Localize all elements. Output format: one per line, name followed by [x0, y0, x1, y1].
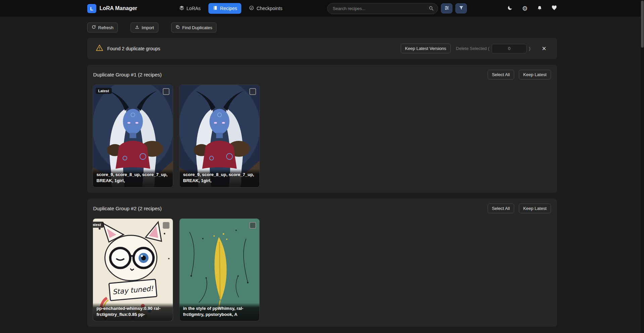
- group-title: Duplicate Group #2 (2 recipes): [93, 206, 162, 211]
- group-title: Duplicate Group #1 (2 recipes): [93, 72, 162, 77]
- heart-icon: [551, 5, 557, 12]
- tab-loras-label: LoRAs: [187, 6, 201, 11]
- scrollbar[interactable]: [641, 0, 644, 333]
- support-button[interactable]: [551, 5, 557, 12]
- sliders-icon: [444, 5, 449, 11]
- recipe-card[interactable]: score_9, score_8_up, score_7_up, BREAK, …: [179, 85, 260, 187]
- tab-checkpoints-label: Checkpoints: [256, 6, 282, 11]
- navbar-utility-icons: ⚙: [507, 5, 557, 12]
- refresh-label: Refresh: [98, 25, 114, 30]
- layers-icon: [179, 5, 184, 11]
- duplicate-group-2: Duplicate Group #2 (2 recipes) Select Al…: [87, 199, 557, 327]
- select-all-button[interactable]: Select All: [488, 70, 514, 79]
- filter-button[interactable]: [455, 3, 467, 13]
- brand: L LoRA Manager: [87, 4, 137, 13]
- main-nav: LoRAs Recipes Checkpoints: [175, 3, 287, 14]
- duplicate-group-2-header: Duplicate Group #2 (2 recipes) Select Al…: [93, 204, 552, 213]
- top-navbar: L LoRA Manager LoRAs Recipes Checkpoi: [0, 0, 644, 17]
- page-content: Refresh Import Find Duplicates Found 2 d…: [87, 22, 557, 327]
- dismiss-banner-button[interactable]: ×: [540, 45, 548, 53]
- refresh-button[interactable]: Refresh: [87, 22, 118, 33]
- close-icon: ×: [542, 44, 546, 53]
- recipe-caption: in the style of ppWhimsy, ral-frctlgmtry…: [180, 303, 259, 321]
- duplicate-group-1: Duplicate Group #1 (2 recipes) Select Al…: [87, 65, 557, 193]
- search-box: [327, 3, 438, 14]
- theme-toggle-button[interactable]: [507, 5, 513, 12]
- copy-icon: [176, 25, 180, 30]
- find-duplicates-label: Find Duplicates: [182, 25, 212, 30]
- delete-selected-prefix: Delete Selected (: [456, 46, 490, 51]
- duplicate-group-1-header: Duplicate Group #1 (2 recipes) Select Al…: [93, 70, 552, 79]
- gear-icon: ⚙: [522, 5, 528, 12]
- notifications-button[interactable]: [537, 5, 542, 12]
- warning-icon: [96, 45, 103, 52]
- refresh-icon: [92, 25, 96, 30]
- tab-recipes[interactable]: Recipes: [208, 3, 242, 14]
- import-button[interactable]: Import: [131, 22, 158, 33]
- import-label: Import: [142, 25, 154, 30]
- recipe-card[interactable]: Latest score_9, score_8_up, score_7_up, …: [93, 85, 173, 187]
- tab-checkpoints[interactable]: Checkpoints: [245, 3, 287, 14]
- duplicates-banner-message: Found 2 duplicate groups: [107, 46, 160, 51]
- funnel-icon: [459, 5, 464, 11]
- scrollbar-thumb[interactable]: [641, 1, 644, 48]
- delete-selected-suffix: ): [529, 46, 530, 51]
- recipe-card[interactable]: Stay tuned! Latest pp-enchanted-whimsy:0…: [93, 218, 173, 321]
- keep-latest-button[interactable]: Keep Latest: [519, 204, 551, 213]
- delete-selected-control: Delete Selected ( ): [456, 44, 531, 53]
- keep-latest-button[interactable]: Keep Latest: [519, 70, 551, 79]
- moon-icon: [507, 5, 513, 12]
- delete-count-input[interactable]: [492, 44, 527, 53]
- duplicates-banner: Found 2 duplicate groups Keep Latest Ver…: [87, 38, 557, 59]
- latest-badge: Latest: [96, 88, 112, 94]
- recipe-select-checkbox[interactable]: [249, 222, 256, 229]
- app-title: LoRA Manager: [100, 5, 137, 11]
- recipe-select-checkbox[interactable]: [163, 222, 169, 229]
- app-logo-icon: L: [87, 4, 96, 13]
- recipe-caption: score_9, score_8_up, score_7_up, BREAK, …: [180, 169, 259, 187]
- check-circle-icon: [249, 5, 254, 11]
- tab-recipes-label: Recipes: [220, 6, 237, 11]
- tab-loras[interactable]: LoRAs: [175, 3, 205, 14]
- find-duplicates-button[interactable]: Find Duplicates: [171, 22, 217, 33]
- import-icon: [135, 25, 139, 30]
- sort-options-button[interactable]: [441, 3, 452, 13]
- search-input[interactable]: [327, 3, 438, 14]
- recipe-caption: score_9, score_8_up, score_7_up, BREAK, …: [93, 169, 173, 187]
- recipe-select-checkbox[interactable]: [163, 88, 169, 95]
- settings-button[interactable]: ⚙: [522, 5, 528, 12]
- recipe-caption: pp-enchanted-whimsy:0.90 ral-frctlgmtry_…: [93, 303, 173, 321]
- search-icon[interactable]: [429, 6, 434, 12]
- group-1-cards: Latest score_9, score_8_up, score_7_up, …: [93, 85, 552, 187]
- recipe-select-checkbox[interactable]: [249, 88, 256, 95]
- select-all-button[interactable]: Select All: [488, 204, 514, 213]
- group-2-cards: Stay tuned! Latest pp-enchanted-whimsy:0…: [93, 218, 552, 321]
- recipe-card[interactable]: in the style of ppWhimsy, ral-frctlgmtry…: [179, 218, 260, 321]
- bell-icon: [537, 5, 542, 12]
- book-icon: [213, 5, 218, 11]
- recipes-toolbar: Refresh Import Find Duplicates: [87, 22, 557, 33]
- latest-badge: Latest: [93, 222, 104, 228]
- keep-latest-versions-button[interactable]: Keep Latest Versions: [401, 44, 451, 53]
